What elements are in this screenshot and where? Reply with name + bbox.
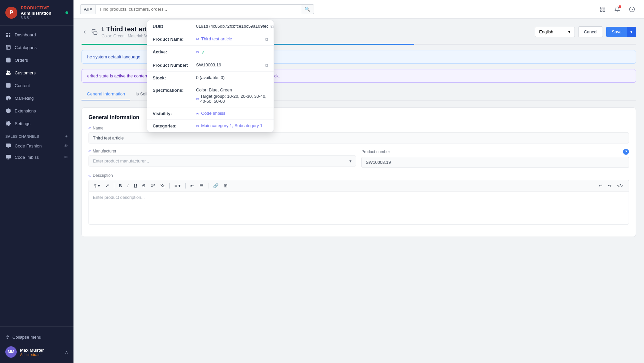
sidebar-item-content[interactable]: Content bbox=[0, 79, 73, 92]
sidebar-brand: PRODUCTIVE Administration 6.6.8.1 bbox=[21, 5, 51, 20]
toolbar-strikethrough-btn[interactable]: S bbox=[140, 182, 147, 189]
eye-icon-fashion[interactable]: 👁 bbox=[64, 143, 68, 148]
sidebar-item-orders[interactable]: Orders bbox=[0, 54, 73, 66]
manufacturer-select[interactable]: Enter product manufacturer... ▾ bbox=[89, 155, 356, 166]
toolbar-code-btn[interactable]: </> bbox=[615, 182, 625, 189]
duplicate-button[interactable] bbox=[92, 29, 98, 35]
user-chevron-icon[interactable]: ∧ bbox=[65, 349, 68, 355]
notification-icon-btn[interactable] bbox=[612, 4, 623, 15]
toolbar-italic-btn[interactable]: I bbox=[125, 182, 131, 189]
brand-name: PRODUCTIVE bbox=[21, 5, 51, 11]
save-button[interactable]: Save bbox=[606, 27, 627, 37]
uuid-text: 0191d74c85db72fcbfce1bc59a109fec bbox=[196, 24, 269, 29]
product-name-link-icon: ∞ bbox=[196, 36, 199, 41]
save-dropdown-button[interactable]: ▾ bbox=[627, 27, 636, 37]
description-area[interactable]: Enter product description... bbox=[89, 191, 629, 225]
categories-link[interactable]: Main category 1, Subcategory 1 bbox=[201, 123, 263, 128]
sidebar-item-settings[interactable]: Settings bbox=[0, 117, 73, 130]
popup-product-number-row: Product Number: SW10003.19 ⧉ bbox=[147, 59, 274, 72]
user-role: Administrator bbox=[20, 353, 61, 357]
popup-spec-color: Color: Blue, Green bbox=[196, 87, 232, 92]
sales-channel-code-fashion[interactable]: Code Fashion 👁 bbox=[0, 140, 73, 151]
sales-channel-imbiss-label: Code Imbiss bbox=[15, 155, 39, 160]
save-button-group: Save ▾ bbox=[606, 27, 636, 37]
svg-rect-20 bbox=[600, 10, 602, 11]
toolbar-undo-btn[interactable]: ↩ bbox=[597, 182, 605, 189]
svg-point-8 bbox=[7, 71, 8, 72]
user-initials: MM bbox=[8, 350, 14, 354]
search-button[interactable]: 🔍 bbox=[301, 4, 314, 14]
manufacturer-link-icon: ∞ bbox=[89, 149, 92, 153]
manufacturer-label-text: Manufacturer bbox=[93, 149, 117, 153]
toolbar-redo-btn[interactable]: ↪ bbox=[606, 182, 614, 189]
language-chevron: ▾ bbox=[568, 29, 571, 34]
add-sales-channel-icon[interactable]: ＋ bbox=[64, 134, 68, 139]
language-value: English bbox=[539, 29, 553, 34]
sidebar-item-content-label: Content bbox=[15, 83, 30, 88]
back-button[interactable] bbox=[82, 29, 88, 35]
popup-stock-value: 0 (available: 0) bbox=[196, 75, 268, 80]
product-name-link[interactable]: Third test article bbox=[201, 36, 232, 41]
name-link-icon: ∞ bbox=[89, 126, 92, 130]
product-number-col: Product number ? bbox=[361, 149, 629, 168]
toolbar-indent-btn[interactable]: ⇤ bbox=[188, 182, 196, 189]
sales-channel-code-imbiss[interactable]: Code Imbiss 👁 bbox=[0, 151, 73, 163]
sidebar-item-marketing-label: Marketing bbox=[15, 96, 34, 101]
popup-categories-label: Categories: bbox=[153, 123, 196, 128]
popup-visibility-value: ∞ Code Imbiss bbox=[196, 111, 268, 116]
toolbar-subscript-btn[interactable]: X₂ bbox=[158, 182, 167, 189]
product-number-copy-icon[interactable]: ⧉ bbox=[265, 62, 268, 68]
toolbar-table-btn[interactable]: ⊞ bbox=[222, 182, 229, 189]
uuid-copy-icon[interactable]: ⧉ bbox=[271, 24, 274, 29]
sidebar-item-marketing[interactable]: Marketing bbox=[0, 92, 73, 104]
sidebar-item-extensions[interactable]: Extensions bbox=[0, 104, 73, 117]
sidebar-item-customers[interactable]: Customers bbox=[0, 66, 73, 79]
description-toolbar: ¶ ▾ ⤢ B I U S X² X₂ ≡ ▾ ⇤ ☰ 🔗 ⊞ bbox=[89, 180, 629, 191]
toolbar-link-btn[interactable]: 🔗 bbox=[211, 182, 220, 189]
toolbar-paragraph-btn[interactable]: ¶ ▾ bbox=[92, 182, 102, 189]
search-input[interactable] bbox=[96, 4, 301, 14]
grid-icon-btn[interactable] bbox=[597, 4, 608, 15]
toolbar-underline-btn[interactable]: U bbox=[132, 182, 139, 189]
language-select[interactable]: English ▾ bbox=[535, 27, 575, 37]
visibility-link[interactable]: Code Imbiss bbox=[201, 111, 225, 116]
manufacturer-label: ∞ Manufacturer bbox=[89, 149, 356, 153]
popup-categories-value: ∞ Main category 1, Subcategory 1 bbox=[196, 123, 268, 128]
popup-specs-label: Specifications: bbox=[153, 87, 196, 93]
active-check-icon: ✓ bbox=[201, 49, 205, 55]
notification-badge bbox=[619, 5, 621, 8]
popup-stock-row: Stock: 0 (available: 0) bbox=[147, 72, 274, 84]
toolbar-list-btn[interactable]: ☰ bbox=[197, 182, 205, 189]
toolbar-sep-1 bbox=[114, 183, 114, 189]
popup-visibility-row: Visibility: ∞ Code Imbiss bbox=[147, 107, 274, 120]
catalogues-icon bbox=[5, 44, 11, 50]
product-number-input[interactable] bbox=[361, 157, 629, 168]
collapse-menu-button[interactable]: ⏱ Collapse menu bbox=[5, 332, 68, 342]
topbar-right bbox=[597, 4, 637, 15]
toolbar-align-btn[interactable]: ≡ ▾ bbox=[172, 182, 182, 189]
svg-rect-21 bbox=[603, 10, 605, 11]
eye-icon-imbiss[interactable]: 👁 bbox=[64, 155, 68, 160]
name-input[interactable] bbox=[89, 132, 629, 143]
search-type-select[interactable]: All ▾ bbox=[80, 4, 96, 14]
collapse-menu-label: Collapse menu bbox=[12, 335, 41, 340]
sales-channel-fashion-label: Code Fashion bbox=[15, 143, 42, 148]
product-number-info-icon[interactable]: ? bbox=[623, 149, 629, 155]
popup-name-value: ∞ Third test article ⧉ bbox=[196, 36, 268, 42]
visibility-link-icon: ∞ bbox=[196, 111, 199, 116]
tab-general[interactable]: General information bbox=[82, 88, 130, 100]
status-dot bbox=[65, 11, 68, 14]
toolbar-bold-btn[interactable]: B bbox=[117, 182, 124, 189]
toolbar-superscript-btn[interactable]: X² bbox=[149, 182, 157, 189]
toolbar-expand-btn[interactable]: ⤢ bbox=[104, 182, 111, 189]
customers-icon bbox=[5, 70, 11, 76]
sidebar-item-dashboard[interactable]: Dashboard bbox=[0, 28, 73, 41]
target-group-link-icon: ∞ bbox=[196, 96, 199, 101]
clock-icon-btn[interactable] bbox=[627, 4, 637, 15]
cancel-button[interactable]: Cancel bbox=[578, 26, 603, 37]
description-label: ∞ Description bbox=[89, 173, 629, 178]
product-name-copy-icon[interactable]: ⧉ bbox=[265, 36, 268, 42]
sidebar-item-catalogues[interactable]: Catalogues bbox=[0, 41, 73, 54]
toolbar-sep-3 bbox=[185, 183, 186, 189]
popup-active-value: ∞ ✓ bbox=[196, 49, 268, 55]
